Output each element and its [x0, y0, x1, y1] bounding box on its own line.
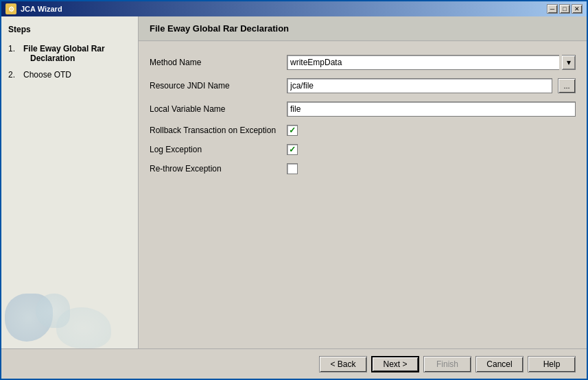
rollback-control	[287, 125, 576, 136]
rollback-checkbox[interactable]	[287, 125, 298, 136]
local-variable-control	[287, 102, 576, 117]
title-bar: ⚙ JCA Wizard ─ □ ✕	[1, 1, 587, 16]
panel-title: File Eway Global Rar Declaration	[139, 16, 587, 41]
rollback-row: Rollback Transaction on Exception	[150, 125, 576, 136]
method-name-dropdown[interactable]: ▾	[562, 55, 576, 70]
rethrow-row: Re-throw Exception	[150, 163, 576, 174]
rethrow-label: Re-throw Exception	[150, 164, 287, 174]
local-variable-label: Local Variable Name	[150, 104, 287, 114]
resource-jndi-control: ...	[287, 78, 576, 93]
log-exception-row: Log Exception	[150, 144, 576, 155]
method-name-control: ▾	[287, 55, 576, 70]
step-1-label: File Eway Global Rar Declaration	[23, 44, 105, 63]
jca-wizard-window: ⚙ JCA Wizard ─ □ ✕ Steps 1. File Eway Gl…	[0, 0, 588, 380]
local-variable-input[interactable]	[287, 102, 576, 117]
sidebar-title: Steps	[8, 25, 131, 34]
content-area: Steps 1. File Eway Global Rar Declaratio…	[1, 16, 587, 348]
minimize-button[interactable]: ─	[547, 4, 558, 14]
main-panel: File Eway Global Rar Declaration Method …	[139, 16, 587, 348]
sidebar-step-1: 1. File Eway Global Rar Declaration	[8, 44, 131, 63]
browse-button[interactable]: ...	[558, 78, 576, 93]
sidebar: Steps 1. File Eway Global Rar Declaratio…	[1, 16, 139, 348]
local-variable-row: Local Variable Name	[150, 102, 576, 117]
close-button[interactable]: ✕	[572, 4, 583, 14]
resource-jndi-label: Resource JNDI Name	[150, 81, 287, 91]
step-2-label: Choose OTD	[23, 70, 71, 80]
rollback-label: Rollback Transaction on Exception	[150, 126, 287, 135]
rethrow-checkbox[interactable]	[287, 163, 298, 174]
cancel-button[interactable]: Cancel	[475, 356, 524, 372]
form-area: Method Name ▾ Resource JNDI Name	[139, 41, 587, 348]
bottom-bar: < Back Next > Finish Cancel Help	[1, 348, 587, 379]
method-name-row: Method Name ▾	[150, 55, 576, 70]
next-button[interactable]: Next >	[371, 356, 419, 372]
resource-jndi-row: Resource JNDI Name ...	[150, 78, 576, 93]
sidebar-decoration	[1, 259, 139, 348]
rethrow-control	[287, 163, 576, 174]
back-button[interactable]: < Back	[319, 356, 367, 372]
steps-list: 1. File Eway Global Rar Declaration 2. C…	[8, 44, 131, 80]
sidebar-step-2: 2. Choose OTD	[8, 70, 131, 80]
log-exception-control	[287, 144, 576, 155]
window-icon: ⚙	[5, 3, 16, 14]
window-title: JCA Wizard	[21, 5, 62, 13]
blob3	[56, 307, 111, 348]
resource-jndi-input[interactable]	[287, 78, 552, 93]
log-exception-checkbox[interactable]	[287, 144, 298, 155]
finish-button[interactable]: Finish	[423, 356, 471, 372]
help-button[interactable]: Help	[528, 356, 576, 372]
step-1-num: 1.	[8, 44, 21, 63]
step-2-num: 2.	[8, 70, 21, 80]
window-controls: ─ □ ✕	[547, 4, 583, 14]
maximize-button[interactable]: □	[559, 4, 570, 14]
log-exception-label: Log Exception	[150, 145, 287, 154]
method-name-input[interactable]	[287, 55, 559, 70]
method-name-label: Method Name	[150, 58, 287, 67]
